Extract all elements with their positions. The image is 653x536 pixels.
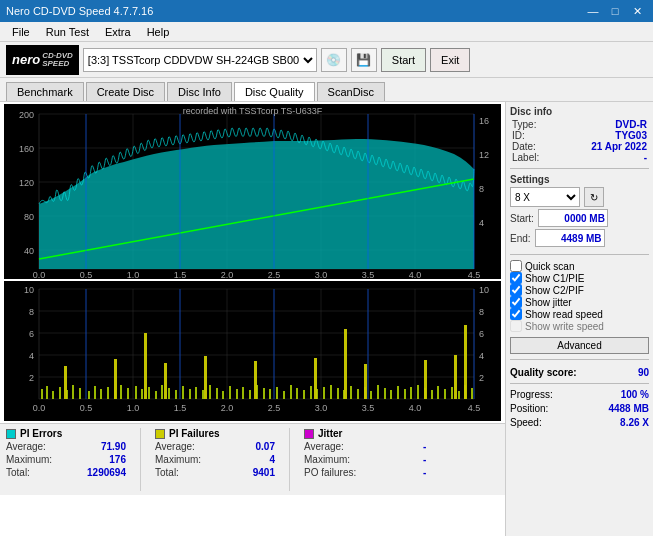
- svg-rect-84: [222, 391, 224, 399]
- disc-date-row: Date: 21 Apr 2022: [510, 141, 649, 152]
- pi-errors-max: Maximum: 176: [6, 454, 126, 465]
- chart1-svg: 200 160 120 80 40 16 12 8 4 0.0 0.5 1.0: [4, 104, 501, 279]
- svg-rect-67: [107, 387, 109, 399]
- jitter-header: Jitter: [304, 428, 426, 439]
- svg-rect-132: [344, 329, 347, 399]
- svg-text:1.5: 1.5: [174, 403, 187, 413]
- svg-rect-130: [454, 355, 457, 399]
- jitter-label-cb: Show jitter: [525, 297, 572, 308]
- drive-select[interactable]: [3:3] TSSTcorp CDDVDW SH-224GB SB00: [83, 48, 317, 72]
- menu-run-test[interactable]: Run Test: [38, 22, 97, 41]
- svg-rect-57: [41, 389, 43, 399]
- app-title: Nero CD-DVD Speed 4.7.7.16: [6, 5, 153, 17]
- svg-rect-115: [431, 390, 433, 399]
- svg-rect-111: [404, 389, 406, 399]
- svg-text:1.5: 1.5: [174, 270, 187, 279]
- menu-help[interactable]: Help: [139, 22, 178, 41]
- pi-failures-avg: Average: 0.07: [155, 441, 275, 452]
- svg-rect-104: [357, 389, 359, 399]
- tab-benchmark[interactable]: Benchmark: [6, 82, 84, 101]
- svg-text:160: 160: [19, 144, 34, 154]
- exit-button[interactable]: Exit: [430, 48, 470, 72]
- svg-rect-123: [114, 359, 117, 399]
- svg-text:3.5: 3.5: [362, 403, 375, 413]
- titlebar: Nero CD-DVD Speed 4.7.7.16 — □ ✕: [0, 0, 653, 22]
- svg-text:8: 8: [29, 307, 34, 317]
- position-label: Position:: [510, 403, 548, 414]
- menu-file[interactable]: File: [4, 22, 38, 41]
- svg-rect-101: [337, 388, 339, 399]
- pi-errors-group: PI Errors Average: 71.90 Maximum: 176 To…: [6, 428, 126, 491]
- divider-2: [510, 254, 649, 255]
- end-label: End:: [510, 233, 531, 244]
- svg-rect-78: [182, 386, 184, 399]
- c1-pie-checkbox[interactable]: [510, 272, 522, 284]
- stats-row: PI Errors Average: 71.90 Maximum: 176 To…: [0, 423, 505, 495]
- pi-failures-color: [155, 429, 165, 439]
- tab-scan-disc[interactable]: ScanDisc: [317, 82, 385, 101]
- svg-text:6: 6: [479, 329, 484, 339]
- svg-text:0.5: 0.5: [80, 403, 93, 413]
- tab-disc-quality[interactable]: Disc Quality: [234, 82, 315, 101]
- advanced-button[interactable]: Advanced: [510, 337, 649, 354]
- eject-icon-button[interactable]: 💿: [321, 48, 347, 72]
- c2-pif-checkbox[interactable]: [510, 284, 522, 296]
- svg-text:1.0: 1.0: [127, 270, 140, 279]
- quality-score: 90: [638, 367, 649, 378]
- jitter-checkbox[interactable]: [510, 296, 522, 308]
- svg-rect-64: [88, 391, 90, 399]
- jitter-avg: Average: -: [304, 441, 426, 452]
- start-input[interactable]: [538, 209, 608, 227]
- svg-rect-85: [229, 386, 231, 399]
- jitter-group: Jitter Average: - Maximum: - PO failures…: [304, 428, 426, 491]
- quality-label: Quality score:: [510, 367, 577, 378]
- svg-rect-99: [323, 387, 325, 399]
- charts-area: recorded with TSSTcorp TS-U633F: [0, 102, 505, 536]
- tab-create-disc[interactable]: Create Disc: [86, 82, 165, 101]
- disc-label-label: Label:: [512, 152, 539, 163]
- quick-scan-checkbox[interactable]: [510, 260, 522, 272]
- svg-rect-118: [451, 387, 453, 399]
- write-speed-checkbox: [510, 320, 522, 332]
- disc-label-row: Label: -: [510, 152, 649, 163]
- svg-rect-79: [189, 389, 191, 399]
- content-area: recorded with TSSTcorp TS-U633F: [0, 102, 653, 536]
- end-row: End:: [510, 229, 649, 247]
- maximize-button[interactable]: □: [605, 2, 625, 20]
- pi-errors-color: [6, 429, 16, 439]
- start-row: Start:: [510, 209, 649, 227]
- close-button[interactable]: ✕: [627, 2, 647, 20]
- svg-text:4.0: 4.0: [409, 270, 422, 279]
- svg-rect-72: [141, 389, 143, 399]
- svg-text:2.5: 2.5: [268, 403, 281, 413]
- pi-failures-header: PI Failures: [155, 428, 275, 439]
- refresh-icon-button[interactable]: ↻: [584, 187, 604, 207]
- read-speed-checkbox[interactable]: [510, 308, 522, 320]
- end-input[interactable]: [535, 229, 605, 247]
- svg-rect-71: [135, 386, 137, 399]
- start-button[interactable]: Start: [381, 48, 426, 72]
- pi-failures-max: Maximum: 4: [155, 454, 275, 465]
- svg-rect-100: [330, 385, 332, 399]
- svg-text:8: 8: [479, 307, 484, 317]
- quick-scan-row: Quick scan: [510, 260, 649, 272]
- svg-rect-133: [464, 325, 467, 399]
- speed-select[interactable]: 8 X: [510, 187, 580, 207]
- svg-text:0.0: 0.0: [33, 270, 46, 279]
- write-speed-row: Show write speed: [510, 320, 649, 332]
- svg-text:3.0: 3.0: [315, 270, 328, 279]
- svg-text:40: 40: [24, 246, 34, 256]
- minimize-button[interactable]: —: [583, 2, 603, 20]
- svg-rect-117: [444, 389, 446, 399]
- svg-rect-76: [168, 388, 170, 399]
- svg-rect-90: [263, 388, 265, 399]
- menu-extra[interactable]: Extra: [97, 22, 139, 41]
- quick-scan-label: Quick scan: [525, 261, 574, 272]
- save-icon-button[interactable]: 💾: [351, 48, 377, 72]
- tab-disc-info[interactable]: Disc Info: [167, 82, 232, 101]
- svg-text:0.5: 0.5: [80, 270, 93, 279]
- svg-rect-106: [370, 391, 372, 399]
- pi-errors-total: Total: 1290694: [6, 467, 126, 478]
- svg-text:4.5: 4.5: [468, 270, 481, 279]
- svg-rect-95: [296, 388, 298, 399]
